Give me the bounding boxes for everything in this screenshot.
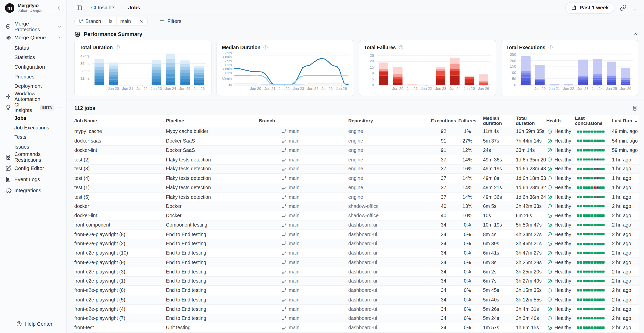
sidebar-item-integrations[interactable]: Integrations bbox=[5, 185, 62, 196]
conclusion-success-square bbox=[602, 168, 604, 170]
kebab-menu-icon[interactable] bbox=[632, 5, 638, 11]
table-row[interactable]: front-componentComponent testingmaindash… bbox=[74, 220, 639, 230]
conclusion-success-square bbox=[591, 224, 593, 226]
column-header-last-run[interactable]: Last Run bbox=[612, 115, 639, 127]
column-header-job-name[interactable]: Job Name bbox=[74, 115, 166, 127]
y-tick-label: 50 bbox=[512, 77, 516, 81]
cell: End to End testing bbox=[166, 230, 259, 239]
sidebar-item-merge-protections[interactable]: Merge Protections bbox=[5, 21, 62, 32]
stacked-bar bbox=[621, 68, 630, 85]
x-tick-label: Jun 20 bbox=[392, 87, 404, 91]
table-row[interactable]: front-e2e-playwright (10)End to End test… bbox=[74, 248, 639, 258]
filter-chip-value[interactable]: main bbox=[116, 17, 135, 25]
sidebar-item-deployment[interactable]: Deployment bbox=[5, 81, 62, 91]
sidebar-item-ci-insights[interactable]: CI InsightsBETA bbox=[5, 102, 62, 113]
filters-button[interactable]: Filters bbox=[159, 18, 181, 24]
table-row[interactable]: docker-lintDockermainshadow-office4010%1… bbox=[74, 211, 639, 220]
org-switcher[interactable]: m Mergifyio Julien Danjou bbox=[0, 0, 66, 16]
table-row[interactable]: front-e2e-playwright (9)End to End testi… bbox=[74, 258, 639, 267]
check-circle-icon bbox=[547, 250, 552, 256]
sidebar-item-event-logs[interactable]: Event Logs bbox=[5, 174, 62, 185]
view-toggle-icon[interactable] bbox=[631, 104, 638, 112]
sidebar-item-priorities[interactable]: Priorities bbox=[5, 72, 62, 81]
sidebar-item-job-executions[interactable]: Job Executions bbox=[5, 123, 62, 132]
conclusion-success-square bbox=[597, 289, 599, 291]
column-header-median-duration[interactable]: Median duration bbox=[478, 115, 513, 127]
sidebar-item-config-editor[interactable]: Config Editor bbox=[5, 163, 62, 174]
cell: dashboard-ui bbox=[348, 220, 431, 230]
sidebar-item-merge-queue[interactable]: Merge Queue bbox=[5, 32, 62, 43]
column-header-branch[interactable]: Branch bbox=[259, 115, 348, 127]
table-row[interactable]: front-e2e-playwright (1)End to End testi… bbox=[74, 276, 639, 286]
table-row[interactable]: test (3)Flaky tests detectionmainengine3… bbox=[74, 164, 639, 174]
table-row[interactable]: front-e2e-playwright (8)End to End testi… bbox=[74, 230, 639, 239]
conclusion-success-square bbox=[602, 261, 604, 263]
filter-chip-operator[interactable]: is bbox=[105, 17, 116, 25]
copy-link-icon[interactable] bbox=[620, 5, 626, 11]
filter-chip-field[interactable]: Branch bbox=[75, 17, 105, 25]
stacked-bar bbox=[393, 67, 402, 85]
table-row[interactable]: front-e2e-playwright (4)End to End testi… bbox=[74, 304, 639, 314]
time-range-button[interactable]: Past 1 week bbox=[565, 2, 614, 14]
filter-chip-remove[interactable] bbox=[135, 17, 147, 25]
sidebar-item-workflow-automation[interactable]: Workflow Automation bbox=[5, 91, 62, 102]
table-row[interactable]: mypy_cacheMypy cache buildermainengine92… bbox=[74, 127, 639, 136]
conclusion-success-square bbox=[588, 214, 591, 217]
table-row[interactable]: docker-saasDocker SaaSmainengine9127%5m … bbox=[74, 136, 639, 146]
table-row[interactable]: front-e2e-playwright (6)End to End testi… bbox=[74, 286, 639, 295]
cell: dashboard-ui bbox=[348, 276, 431, 286]
chart-title: Total Failures bbox=[364, 45, 396, 50]
table-row[interactable]: front-e2e-playwright (2)End to End testi… bbox=[74, 239, 639, 248]
breadcrumb-ci-insights[interactable]: CI Insights bbox=[91, 5, 115, 11]
table-row[interactable]: front-e2e-playwright (7)End to End testi… bbox=[74, 314, 639, 323]
conclusion-success-square bbox=[599, 158, 602, 161]
sidebar-item-jobs[interactable]: Jobs bbox=[5, 113, 62, 123]
conclusion-success-square bbox=[597, 280, 599, 282]
sidebar-item-issues[interactable]: Issues bbox=[5, 142, 62, 152]
table-row[interactable]: front-testUnit testingmaindashboard-ui34… bbox=[74, 323, 639, 332]
table-row[interactable]: docker-lintDocker SaaSmainengine9112%24s… bbox=[74, 146, 639, 155]
unfold-icon[interactable] bbox=[57, 5, 62, 10]
check-circle-icon bbox=[547, 232, 552, 237]
column-header-pipeline[interactable]: Pipeline bbox=[166, 115, 259, 127]
filter-field-label: Branch bbox=[86, 18, 101, 24]
column-header-failures[interactable]: Failures bbox=[457, 115, 478, 127]
conclusion-success-square bbox=[594, 233, 596, 235]
conclusion-success-square bbox=[577, 130, 579, 133]
sidebar-item-commands-restrictions[interactable]: Commands Restrictions bbox=[5, 152, 62, 163]
table-row[interactable]: front-e2e-playwright (3)End to End testi… bbox=[74, 267, 639, 276]
sidebar-item-configuration[interactable]: Configuration bbox=[5, 62, 62, 72]
git-branch-icon bbox=[282, 166, 287, 172]
table-row[interactable]: front-e2e-playwright (5)End to End testi… bbox=[74, 295, 639, 304]
table-row[interactable]: test (4)Flaky tests detectionmainengine3… bbox=[74, 174, 639, 183]
table-row[interactable]: test (2)Flaky tests detectionmainengine3… bbox=[74, 155, 639, 164]
table-row[interactable]: test (5)Flaky tests detectionmainengine3… bbox=[74, 192, 639, 202]
conclusion-success-square bbox=[580, 205, 582, 207]
column-header-last-conclusions[interactable]: Last conclusions bbox=[575, 115, 612, 127]
health-label: Healthy bbox=[554, 250, 571, 256]
sidebar-item-tests[interactable]: Tests bbox=[5, 132, 62, 142]
cell: 49m 8s bbox=[478, 174, 513, 183]
cell-health: Healthy bbox=[546, 202, 575, 211]
collapse-section-icon[interactable] bbox=[632, 31, 638, 37]
cell-health: Healthy bbox=[546, 155, 575, 164]
stacked-bar bbox=[465, 75, 474, 85]
help-center-button[interactable]: Help Center bbox=[16, 321, 52, 327]
sidebar-toggle-icon[interactable] bbox=[76, 5, 83, 11]
cell: End to End testing bbox=[166, 304, 259, 314]
sidebar-item-statistics[interactable]: Statistics bbox=[5, 53, 62, 62]
health-label: Healthy bbox=[554, 213, 571, 218]
conclusion-success-square bbox=[580, 186, 582, 189]
cell: Flaky tests detection bbox=[166, 155, 259, 164]
table-row[interactable]: dockerDockermainshadow-office4013%6m 5s3… bbox=[74, 202, 639, 211]
column-header-total-duration[interactable]: Total duration bbox=[513, 115, 546, 127]
table-row[interactable]: test (1)Flaky tests detectionmainengine3… bbox=[74, 183, 639, 192]
conclusion-success-square bbox=[594, 261, 596, 263]
column-header-health[interactable]: Health bbox=[546, 115, 575, 127]
column-header-repository[interactable]: Repository bbox=[348, 115, 431, 127]
column-header-executions[interactable]: Executions bbox=[431, 115, 457, 127]
conclusion-success-square bbox=[599, 280, 602, 282]
cell: 34 bbox=[431, 258, 457, 267]
sidebar-item-status[interactable]: Status bbox=[5, 43, 62, 53]
conclusion-success-square bbox=[594, 242, 596, 245]
